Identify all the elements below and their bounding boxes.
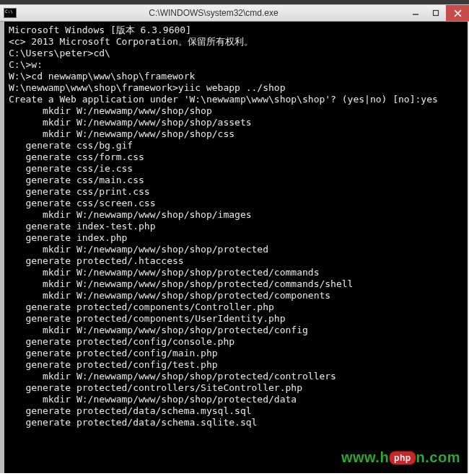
- terminal-line: generate protected/data/schema.mysql.sql: [9, 405, 463, 417]
- terminal-line: C:\>w:: [9, 59, 463, 71]
- terminal-line: generate protected/.htaccess: [9, 255, 463, 267]
- terminal-line: generate protected/components/Controller…: [9, 301, 463, 313]
- terminal-line: mkdir W:/newwamp/www/shop/shop/protected…: [9, 394, 463, 405]
- terminal-line: mkdir W:/newwamp/www/shop/shop/protected…: [9, 325, 463, 336]
- watermark-pill: php: [390, 451, 416, 464]
- terminal-line: generate protected/config/console.php: [9, 336, 463, 348]
- svg-rect-1: [434, 11, 439, 16]
- maximize-icon: [432, 9, 439, 17]
- window-titlebar[interactable]: C:\WINDOWS\system32\cmd.exe: [0, 4, 469, 22]
- window-title: C:\WINDOWS\system32\cmd.exe: [22, 8, 406, 18]
- terminal-line: mkdir W:/newwamp/www/shop/shop/protected: [9, 244, 463, 255]
- terminal-line: generate css/screen.css: [9, 198, 463, 209]
- terminal-line: <c> 2013 Microsoft Corporation。保留所有权利。: [9, 36, 463, 48]
- terminal-line: mkdir W:/newwamp/www/shop/shop/css: [9, 128, 463, 140]
- minimize-button[interactable]: [406, 5, 426, 21]
- watermark: www.h php n.com: [341, 449, 460, 466]
- close-icon: [454, 9, 462, 17]
- terminal-line: generate protected/controllers/SiteContr…: [9, 382, 463, 394]
- minimize-icon: [412, 9, 419, 17]
- terminal-line: generate protected/components/UserIdenti…: [9, 313, 463, 325]
- terminal-line: generate protected/config/main.php: [9, 348, 463, 359]
- terminal-line: generate protected/config/test.php: [9, 359, 463, 371]
- terminal-line: generate css/main.css: [9, 175, 463, 186]
- maximize-button[interactable]: [426, 5, 446, 21]
- terminal-line: mkdir W:/newwamp/www/shop/shop: [9, 105, 463, 117]
- terminal-line: W:\newwamp\www\shop\framework>yiic webap…: [9, 82, 463, 94]
- window-controls: [406, 5, 469, 21]
- terminal-line: C:\Users\peter>cd\: [9, 48, 463, 59]
- close-button[interactable]: [446, 5, 469, 21]
- cmd-app-icon: [3, 8, 17, 18]
- terminal-line: mkdir W:/newwamp/www/shop/shop/protected…: [9, 278, 463, 290]
- terminal-line: mkdir W:/newwamp/www/shop/shop/assets: [9, 117, 463, 128]
- terminal-line: generate css/print.css: [9, 186, 463, 198]
- terminal-line: mkdir W:/newwamp/www/shop/shop/protected…: [9, 267, 463, 278]
- terminal-line: generate css/ie.css: [9, 163, 463, 175]
- terminal-line: W:\>cd newwamp\www\shop\framework: [9, 71, 463, 82]
- terminal-line: generate css/form.css: [9, 151, 463, 163]
- terminal-line: generate protected/data/schema.sqlite.sq…: [9, 417, 463, 428]
- terminal-output[interactable]: Microsoft Windows [版本 6.3.9600]<c> 2013 …: [0, 22, 469, 473]
- watermark-prefix: www.h: [341, 449, 389, 466]
- terminal-line: Create a Web application under 'W:\newwa…: [9, 94, 463, 105]
- terminal-line: generate css/bg.gif: [9, 140, 463, 151]
- terminal-line: generate index-test.php: [9, 221, 463, 232]
- terminal-line: Microsoft Windows [版本 6.3.9600]: [9, 25, 463, 36]
- terminal-line: mkdir W:/newwamp/www/shop/shop/protected…: [9, 290, 463, 301]
- watermark-suffix: n.com: [416, 449, 460, 466]
- terminal-line: mkdir W:/newwamp/www/shop/shop/protected…: [9, 371, 463, 382]
- terminal-line: generate index.php: [9, 232, 463, 244]
- terminal-line: mkdir W:/newwamp/www/shop/shop/images: [9, 209, 463, 221]
